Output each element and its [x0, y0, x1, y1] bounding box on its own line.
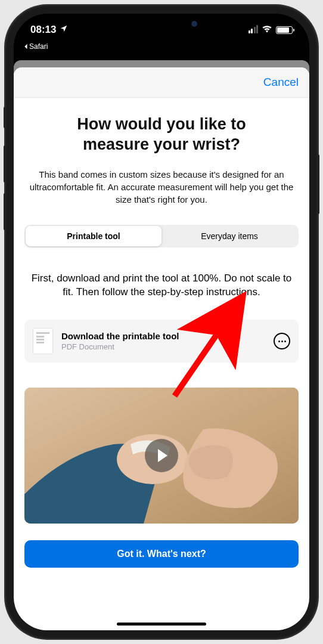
status-time: 08:13 — [30, 24, 56, 36]
play-icon — [158, 449, 167, 462]
screen: 08:13 Safari Cancel — [14, 14, 309, 630]
cancel-button[interactable]: Cancel — [263, 76, 299, 89]
instruction-text: First, download and print the tool at 10… — [24, 271, 299, 300]
modal-sheet: Cancel How would you like to measure you… — [14, 67, 309, 630]
tab-everyday-items[interactable]: Everyday items — [162, 226, 297, 246]
download-title: Download the printable tool — [61, 331, 265, 341]
page-subtitle: This band comes in custom sizes because … — [24, 168, 299, 206]
document-icon — [33, 328, 53, 354]
phone-frame: 08:13 Safari Cancel — [5, 5, 318, 639]
notch — [96, 14, 227, 33]
more-options-button[interactable] — [274, 333, 290, 349]
download-card[interactable]: Download the printable tool PDF Document — [24, 320, 299, 363]
download-subtitle: PDF Document — [61, 342, 265, 351]
tab-printable-tool[interactable]: Printable tool — [26, 226, 162, 246]
video-thumbnail[interactable] — [24, 388, 299, 524]
battery-icon — [276, 26, 293, 34]
location-icon — [60, 24, 68, 36]
ellipsis-icon — [278, 340, 286, 342]
got-it-button[interactable]: Got it. What's next? — [24, 540, 299, 568]
sheet-content: How would you like to measure your wrist… — [14, 98, 309, 630]
play-button[interactable] — [145, 439, 178, 472]
back-to-safari[interactable]: Safari — [23, 42, 48, 51]
sheet-header: Cancel — [14, 67, 309, 98]
cellular-icon — [249, 26, 259, 33]
page-title: How would you like to measure your wrist… — [24, 114, 299, 155]
segmented-control: Printable tool Everyday items — [24, 225, 299, 247]
wifi-icon — [262, 24, 272, 36]
home-indicator[interactable] — [117, 623, 206, 626]
